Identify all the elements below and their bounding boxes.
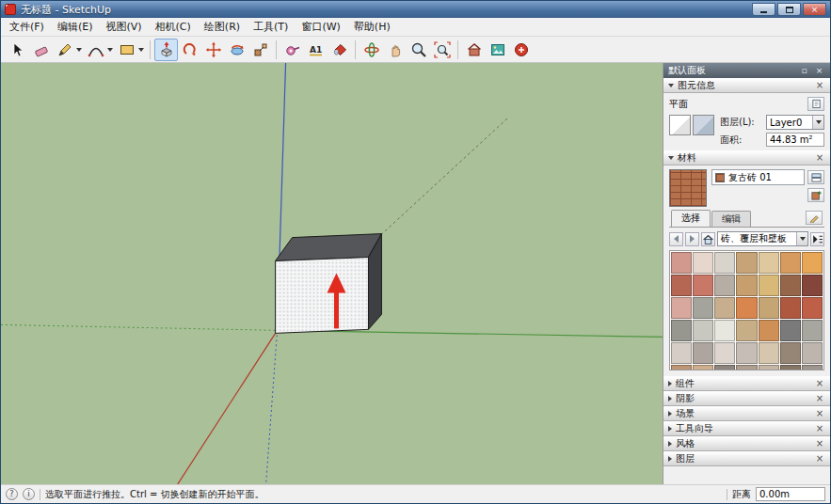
orbit-tool-button[interactable] [360,39,383,61]
material-swatch[interactable] [671,365,692,370]
panel-section-collapsed[interactable]: 场景 × [663,406,830,421]
chevron-down-icon[interactable] [796,232,807,245]
material-swatch[interactable] [714,320,735,341]
material-swatch[interactable] [780,275,801,296]
material-swatch[interactable] [714,342,735,364]
paint-bucket-tool-button[interactable] [328,39,351,61]
layer-dropdown[interactable]: Layer0 [766,115,824,130]
material-swatch[interactable] [759,275,779,296]
material-swatch[interactable] [759,252,779,274]
forward-button[interactable] [685,232,699,246]
tab-edit[interactable]: 编辑 [711,211,751,227]
scale-tool-button[interactable] [248,39,272,61]
material-swatch[interactable] [671,297,692,319]
material-swatch[interactable] [693,320,713,341]
material-swatch[interactable] [671,342,692,364]
line-tool-dropdown-icon[interactable] [76,48,82,52]
panel-section-collapsed[interactable]: 图层 × [663,451,830,466]
eraser-tool-button[interactable] [29,39,53,61]
add-location-tool-button[interactable] [509,39,533,61]
minimize-button[interactable] [752,3,775,16]
close-icon[interactable]: × [814,378,825,389]
material-swatch[interactable] [671,252,692,274]
warehouse-tool-button[interactable] [462,39,486,61]
zoom-extents-tool-button[interactable] [430,39,454,61]
material-swatch[interactable] [802,252,823,274]
create-material-button[interactable] [807,188,824,202]
material-swatch[interactable] [759,365,779,370]
material-swatch[interactable] [736,365,757,370]
close-button[interactable]: × [803,3,826,16]
material-swatch[interactable] [736,252,757,274]
material-swatch[interactable] [759,342,779,364]
credits-icon[interactable]: i [23,488,35,500]
panel-section-collapsed[interactable]: 阴影 × [663,391,830,406]
material-swatch[interactable] [714,252,735,274]
rotate-tool-button[interactable] [225,39,248,61]
close-icon[interactable]: × [814,423,825,434]
close-icon[interactable]: × [814,393,825,404]
material-swatch[interactable] [759,320,779,341]
material-swatch[interactable] [736,320,757,341]
arc-tool-button[interactable] [84,39,107,61]
pushpull-tool-button[interactable] [154,39,178,61]
move-tool-button[interactable] [201,39,225,61]
material-swatch[interactable] [736,297,757,319]
secondary-pane-button[interactable] [807,170,824,184]
material-swatch[interactable] [714,275,735,296]
material-swatch[interactable] [736,342,757,364]
material-swatch[interactable] [693,365,713,370]
geolocation-icon[interactable]: ? [6,488,18,500]
material-swatch[interactable] [780,297,801,319]
material-swatch[interactable] [780,365,801,370]
panel-section-collapsed[interactable]: 组件 × [663,376,830,391]
close-icon[interactable]: × [814,453,825,465]
material-swatch[interactable] [693,297,713,319]
chevron-down-icon[interactable] [812,116,823,129]
tray-title-bar[interactable]: 默认面板 ▫ × [663,63,830,78]
material-swatch[interactable] [802,297,823,319]
followme-tool-button[interactable] [178,39,201,61]
menu-item[interactable]: 相机(C) [149,18,198,36]
material-swatch[interactable] [693,252,713,274]
materials-header[interactable]: 材料 × [663,150,830,165]
close-icon[interactable]: × [814,438,825,449]
menu-item[interactable]: 帮助(H) [347,18,397,36]
pin-icon[interactable]: ▫ [798,65,810,76]
menu-item[interactable]: 绘图(R) [198,18,247,36]
shape-tool-dropdown-icon[interactable] [138,48,144,52]
material-swatch[interactable] [780,342,801,364]
material-swatch[interactable] [693,275,713,296]
zoom-tool-button[interactable] [407,39,430,61]
maximize-button[interactable] [777,3,801,16]
arc-tool-dropdown-icon[interactable] [107,48,113,52]
material-swatch[interactable] [736,275,757,296]
tab-select[interactable]: 选择 [671,210,711,227]
select-tool-button[interactable] [6,39,29,61]
menu-item[interactable]: 文件(F) [3,18,51,36]
material-swatch[interactable] [693,342,713,364]
back-button[interactable] [669,232,683,246]
material-swatch[interactable] [802,275,823,296]
entity-info-header[interactable]: 图元信息 × [663,78,830,93]
dimension-tool-button[interactable]: A1 [304,39,328,61]
material-swatch[interactable] [802,342,823,364]
photo-textures-tool-button[interactable] [486,39,509,61]
material-swatch[interactable] [714,365,735,370]
panel-section-collapsed[interactable]: 工具向导 × [663,421,830,436]
close-icon[interactable]: × [814,408,825,419]
close-icon[interactable]: × [814,152,825,164]
menu-item[interactable]: 编辑(E) [51,18,100,36]
entity-details-button[interactable] [807,97,824,111]
viewport-canvas[interactable] [1,63,663,484]
material-preview[interactable] [669,169,707,207]
material-swatch[interactable] [802,320,823,341]
menu-item[interactable]: 视图(V) [99,18,148,36]
measurement-input[interactable]: 0.00m [756,487,825,501]
material-swatch[interactable] [759,297,779,319]
back-face-color-swatch[interactable] [693,115,714,135]
tray-close-icon[interactable]: × [813,65,825,76]
shape-tool-button[interactable] [115,39,138,61]
viewport[interactable] [1,63,663,484]
collection-dropdown[interactable]: 砖、覆层和壁板 [717,231,808,246]
